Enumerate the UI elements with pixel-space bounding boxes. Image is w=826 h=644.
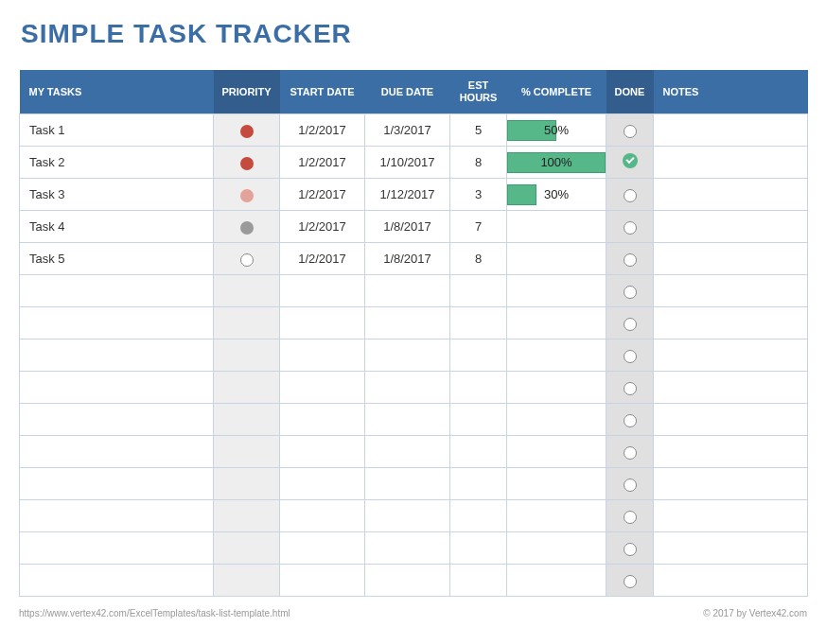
due-date-cell[interactable]: 1/12/2017 <box>365 179 450 211</box>
task-name-cell[interactable]: Task 5 <box>20 243 214 275</box>
done-cell[interactable] <box>606 500 654 532</box>
est-hours-cell[interactable] <box>450 436 507 468</box>
priority-cell[interactable] <box>214 565 280 597</box>
done-cell[interactable] <box>606 532 654 565</box>
notes-cell[interactable] <box>654 339 808 372</box>
task-name-cell[interactable] <box>20 339 214 372</box>
est-hours-cell[interactable] <box>450 532 507 565</box>
percent-complete-cell[interactable] <box>507 243 606 275</box>
start-date-cell[interactable] <box>280 339 365 372</box>
task-name-cell[interactable]: Task 1 <box>20 114 214 147</box>
priority-cell[interactable] <box>214 339 280 372</box>
task-name-cell[interactable]: Task 4 <box>20 211 214 243</box>
task-name-cell[interactable] <box>20 404 214 436</box>
notes-cell[interactable] <box>654 243 808 275</box>
percent-complete-cell[interactable] <box>507 532 606 565</box>
done-cell[interactable] <box>606 114 654 147</box>
due-date-cell[interactable] <box>365 468 450 500</box>
notes-cell[interactable] <box>654 114 808 147</box>
notes-cell[interactable] <box>654 179 808 211</box>
done-cell[interactable] <box>606 565 654 597</box>
priority-cell[interactable] <box>214 532 280 565</box>
priority-cell[interactable] <box>214 243 280 275</box>
est-hours-cell[interactable] <box>450 565 507 597</box>
percent-complete-cell[interactable] <box>507 436 606 468</box>
percent-complete-cell[interactable] <box>507 275 606 307</box>
due-date-cell[interactable]: 1/8/2017 <box>365 211 450 243</box>
percent-complete-cell[interactable] <box>507 565 606 597</box>
notes-cell[interactable] <box>654 500 808 532</box>
priority-cell[interactable] <box>214 114 280 147</box>
percent-complete-cell[interactable]: 100% <box>507 147 606 179</box>
priority-cell[interactable] <box>214 275 280 307</box>
done-cell[interactable] <box>606 211 654 243</box>
est-hours-cell[interactable] <box>450 372 507 404</box>
due-date-cell[interactable]: 1/3/2017 <box>365 114 450 147</box>
due-date-cell[interactable] <box>365 565 450 597</box>
est-hours-cell[interactable] <box>450 404 507 436</box>
est-hours-cell[interactable]: 3 <box>450 179 507 211</box>
est-hours-cell[interactable]: 7 <box>450 211 507 243</box>
notes-cell[interactable] <box>654 468 808 500</box>
priority-cell[interactable] <box>214 468 280 500</box>
task-name-cell[interactable] <box>20 565 214 597</box>
percent-complete-cell[interactable] <box>507 211 606 243</box>
notes-cell[interactable] <box>654 532 808 565</box>
start-date-cell[interactable] <box>280 307 365 339</box>
notes-cell[interactable] <box>654 307 808 339</box>
notes-cell[interactable] <box>654 565 808 597</box>
start-date-cell[interactable]: 1/2/2017 <box>280 243 365 275</box>
percent-complete-cell[interactable] <box>507 468 606 500</box>
est-hours-cell[interactable]: 8 <box>450 147 507 179</box>
priority-cell[interactable] <box>214 500 280 532</box>
done-cell[interactable] <box>606 147 654 179</box>
done-cell[interactable] <box>606 436 654 468</box>
notes-cell[interactable] <box>654 275 808 307</box>
percent-complete-cell[interactable] <box>507 339 606 372</box>
priority-cell[interactable] <box>214 147 280 179</box>
task-name-cell[interactable] <box>20 372 214 404</box>
due-date-cell[interactable] <box>365 339 450 372</box>
task-name-cell[interactable] <box>20 307 214 339</box>
est-hours-cell[interactable] <box>450 307 507 339</box>
notes-cell[interactable] <box>654 211 808 243</box>
priority-cell[interactable] <box>214 307 280 339</box>
priority-cell[interactable] <box>214 404 280 436</box>
start-date-cell[interactable] <box>280 565 365 597</box>
task-name-cell[interactable] <box>20 500 214 532</box>
est-hours-cell[interactable] <box>450 275 507 307</box>
start-date-cell[interactable] <box>280 500 365 532</box>
notes-cell[interactable] <box>654 404 808 436</box>
due-date-cell[interactable] <box>365 372 450 404</box>
done-cell[interactable] <box>606 179 654 211</box>
done-cell[interactable] <box>606 468 654 500</box>
done-cell[interactable] <box>606 372 654 404</box>
task-name-cell[interactable] <box>20 275 214 307</box>
percent-complete-cell[interactable] <box>507 404 606 436</box>
percent-complete-cell[interactable]: 30% <box>507 179 606 211</box>
task-name-cell[interactable] <box>20 532 214 565</box>
percent-complete-cell[interactable] <box>507 372 606 404</box>
due-date-cell[interactable] <box>365 500 450 532</box>
due-date-cell[interactable] <box>365 275 450 307</box>
est-hours-cell[interactable] <box>450 500 507 532</box>
done-cell[interactable] <box>606 275 654 307</box>
due-date-cell[interactable] <box>365 307 450 339</box>
due-date-cell[interactable]: 1/10/2017 <box>365 147 450 179</box>
task-name-cell[interactable] <box>20 468 214 500</box>
start-date-cell[interactable] <box>280 275 365 307</box>
start-date-cell[interactable]: 1/2/2017 <box>280 147 365 179</box>
done-cell[interactable] <box>606 339 654 372</box>
due-date-cell[interactable] <box>365 436 450 468</box>
task-name-cell[interactable] <box>20 436 214 468</box>
start-date-cell[interactable] <box>280 436 365 468</box>
task-name-cell[interactable]: Task 2 <box>20 147 214 179</box>
start-date-cell[interactable] <box>280 468 365 500</box>
start-date-cell[interactable]: 1/2/2017 <box>280 114 365 147</box>
start-date-cell[interactable] <box>280 532 365 565</box>
percent-complete-cell[interactable]: 50% <box>507 114 606 147</box>
start-date-cell[interactable] <box>280 404 365 436</box>
notes-cell[interactable] <box>654 372 808 404</box>
percent-complete-cell[interactable] <box>507 500 606 532</box>
est-hours-cell[interactable] <box>450 468 507 500</box>
